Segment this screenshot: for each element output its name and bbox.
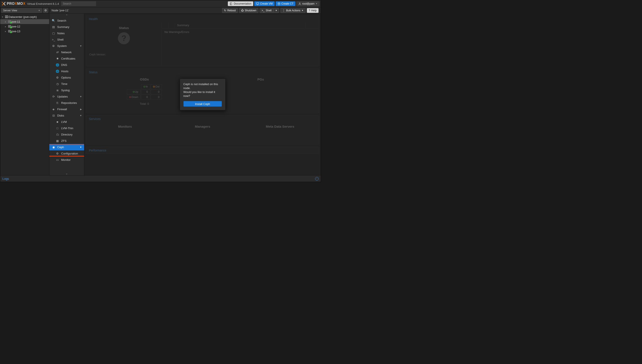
tab-network[interactable]: ⇄Network — [49, 49, 84, 56]
power-icon: ⏻ — [241, 9, 244, 12]
top-bar: PROXMOX Virtual Environment 8.1.4 Docume… — [0, 0, 321, 8]
tab-updates[interactable]: ⟳Updates▼ — [49, 94, 84, 100]
svg-rect-2 — [5, 16, 8, 16]
folder-icon: 🗀 — [56, 133, 59, 136]
server-icon — [5, 16, 9, 18]
chevron-down-icon: ▼ — [80, 146, 82, 148]
hdd-icon: ⊟ — [52, 114, 55, 117]
tab-syslog[interactable]: ≣Syslog — [49, 87, 84, 94]
services-panel: Services Monitors Managers Meta Data Ser… — [86, 115, 319, 144]
refresh-icon: ⟳ — [52, 95, 55, 98]
search-icon: 🔍 — [52, 19, 55, 22]
panel-title: Services — [86, 116, 319, 122]
chevron-down-icon: ⌄ — [66, 172, 68, 175]
create-ct-button[interactable]: Create CT — [276, 1, 295, 6]
tree-datacenter[interactable]: ▾ Datacenter (pve-ceph) — [0, 14, 49, 19]
user-menu-button[interactable]: root@pam ▼ — [296, 1, 319, 6]
shell-button[interactable]: >_ Shell ▼ — [260, 8, 279, 13]
global-search-input[interactable] — [61, 1, 96, 6]
expand-icon: ▸ — [5, 20, 8, 23]
th-large-icon: ▦ — [56, 140, 59, 142]
content-area: Health Status ? Ceph Version: — [84, 14, 321, 175]
breadcrumb: Node 'pve-11' — [52, 9, 69, 12]
book-icon: ▤ — [52, 26, 55, 28]
list-icon: ≣ — [56, 89, 59, 92]
node-online-icon: ✓ — [8, 30, 12, 32]
tab-system[interactable]: ⚙System▼ — [49, 43, 84, 49]
dialog-message: Ceph is not installed on this node. Woul… — [183, 82, 222, 98]
tab-search[interactable]: 🔍Search — [49, 18, 84, 24]
ceph-icon: ◉ — [52, 146, 55, 149]
tab-shell[interactable]: >_Shell — [49, 36, 84, 43]
gear-icon: ⚙ — [56, 152, 59, 155]
proxmox-window: PROXMOX Virtual Environment 8.1.4 Docume… — [0, 0, 321, 182]
cogs-icon: ⚙ — [52, 44, 55, 48]
status-label: Status — [119, 26, 129, 30]
square-outline-icon: □ — [56, 127, 59, 130]
tab-ceph[interactable]: ◉Ceph▼ — [49, 144, 84, 150]
tab-lvm-thin[interactable]: □LVM-Thin — [49, 125, 84, 131]
tv-icon: ▭ — [56, 158, 59, 162]
tree-node-pve-13[interactable]: ▸ ✓ pve-13 — [0, 29, 49, 34]
create-vm-button[interactable]: Create VM — [254, 1, 275, 6]
tab-notes[interactable]: ▢Notes — [49, 30, 84, 36]
cube-icon — [278, 2, 280, 5]
gear-icon: ⚙ — [56, 76, 59, 79]
exchange-icon: ⇄ — [56, 51, 59, 54]
proxmox-logo-icon — [2, 2, 6, 6]
view-selector[interactable]: Server View ▼ — [1, 8, 42, 13]
task-log-bar[interactable]: Logs ⌃ — [0, 175, 321, 182]
health-panel: Health Status ? Ceph Version: — [86, 15, 319, 66]
monitors-heading: Monitors — [86, 122, 164, 144]
monitor-icon — [256, 2, 259, 5]
chevron-down-icon: ▼ — [80, 114, 82, 117]
reboot-button[interactable]: ↻ Reboot — [222, 8, 238, 13]
tab-dns[interactable]: 🌐DNS — [49, 62, 84, 68]
tree-node-pve-12[interactable]: ▸ ✓ pve-12 — [0, 24, 49, 29]
gear-icon: ⚙ — [44, 9, 47, 12]
node-online-icon: ✓ — [8, 20, 12, 23]
square-icon: ■ — [56, 120, 59, 124]
help-button[interactable]: ? Help — [307, 8, 319, 13]
chevron-up-icon: ⌃ — [66, 14, 68, 17]
summary-table-header: Summary — [162, 22, 319, 28]
scroll-up-button[interactable]: ⌃ — [49, 14, 84, 18]
book-icon — [230, 2, 233, 5]
tab-lvm[interactable]: ■LVM — [49, 119, 84, 125]
tree-node-pve-11[interactable]: ▸ ✓ pve-11 — [0, 19, 49, 24]
menu-icon: ⋮ — [282, 9, 285, 12]
tab-repositories[interactable]: ⎘Repositories — [49, 100, 84, 106]
documentation-button[interactable]: Documentation — [228, 1, 253, 6]
bulk-actions-button[interactable]: ⋮ Bulk Actions ▼ — [280, 8, 305, 13]
tab-ceph-monitor[interactable]: ▭Monitor — [49, 157, 84, 163]
tab-zfs[interactable]: ▦ZFS — [49, 138, 84, 144]
tab-directory[interactable]: 🗀Directory — [49, 131, 84, 138]
tab-hosts[interactable]: 🌐Hosts — [49, 68, 84, 74]
tab-ceph-configuration[interactable]: ⚙Configuration — [49, 150, 84, 157]
tab-time[interactable]: ◷Time — [49, 81, 84, 87]
expand-logs-button[interactable]: ⌃ — [315, 177, 319, 180]
files-icon: ⎘ — [56, 102, 59, 104]
tab-certificates[interactable]: ✸Certificates — [49, 56, 84, 62]
terminal-icon: >_ — [262, 9, 265, 12]
install-ceph-button[interactable]: Install Ceph — [183, 101, 222, 107]
svg-rect-3 — [5, 17, 8, 18]
brand-text: PROXMOX — [7, 2, 25, 6]
tree-settings-button[interactable]: ⚙ — [43, 8, 48, 13]
svg-rect-0 — [256, 2, 259, 4]
tab-options[interactable]: ⚙Options — [49, 74, 84, 81]
scroll-down-button[interactable]: ⌄ — [49, 171, 84, 175]
globe-icon: 🌐 — [56, 70, 59, 73]
expand-icon: ▸ — [5, 30, 8, 32]
expand-icon: ▸ — [5, 25, 8, 28]
osd-table: InOut Up00 Down00 — [127, 84, 162, 100]
tab-disks[interactable]: ⊟Disks▼ — [49, 112, 84, 119]
tab-firewall[interactable]: ◈Firewall▶ — [49, 106, 84, 112]
tab-summary[interactable]: ▤Summary — [49, 24, 84, 30]
content-toolbar: Node 'pve-11' ↻ Reboot ⏻ Shutdown >_ She… — [49, 8, 321, 14]
managers-heading: Managers — [164, 122, 241, 144]
panel-title: Performance — [86, 147, 319, 154]
shutdown-button[interactable]: ⏻ Shutdown — [239, 8, 258, 13]
sticky-note-icon: ▢ — [52, 32, 55, 35]
chevron-down-icon: ▼ — [316, 2, 318, 5]
